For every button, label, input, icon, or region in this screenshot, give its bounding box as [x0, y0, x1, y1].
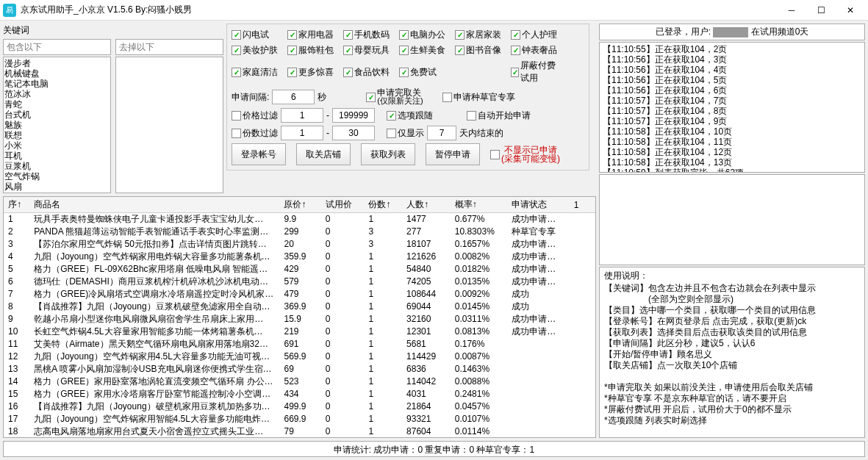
price-max-input[interactable]	[332, 108, 375, 123]
table-row[interactable]: 13黑桃A 喷雾小风扇加湿制冷USB充电风扇迷你便携式学生宿…690168360…	[4, 363, 595, 375]
count-max-input[interactable]	[332, 126, 375, 140]
only-show-checkbox[interactable]: 仅显示	[387, 127, 424, 140]
log-line: 【11:10:56】正在获取104，5页	[603, 75, 861, 85]
category-checkbox[interactable]: 生鲜美食	[399, 44, 452, 57]
table-header[interactable]: 份数↑	[364, 197, 402, 213]
category-checkbox[interactable]: 手机数码	[343, 29, 396, 41]
table-row[interactable]: 4九阳（Joyoung）空气炸锅家用电炸锅大容量多功能薯条机…359.90112…	[4, 251, 595, 263]
include-list[interactable]: 漫步者机械键盘笔记本电脑范冰冰青蛇台式机魅族联想小米耳机豆浆机空气炸锅风扇	[3, 57, 111, 193]
table-row[interactable]: 18志高电风扇落地扇家用台式夏天小宿舍遥控立式摇头工业…7901876040.0…	[4, 425, 595, 438]
price-min-input[interactable]	[281, 108, 323, 123]
app-icon: 易	[3, 4, 16, 17]
only-show-days-input[interactable]	[427, 126, 456, 140]
table-header[interactable]: 试用价	[321, 197, 365, 213]
table-row[interactable]: 2PANDA 熊猫超薄运动智能手表智能通话手表实时心率监测…2990327710…	[4, 226, 595, 238]
list-item[interactable]: 魅族	[4, 120, 110, 130]
pause-button[interactable]: 暂停申请	[426, 143, 480, 165]
category-checkbox[interactable]: 食品饮料	[343, 66, 396, 79]
username-masked	[713, 27, 748, 37]
category-checkbox[interactable]: 个人护理	[511, 29, 564, 41]
table-row[interactable]: 5格力（GREE）FL-09X62Bhc家用塔扇 低噪电风扇 智能遥控…4290…	[4, 263, 595, 276]
log-line: 【11:10:58】正在获取104，10页	[603, 126, 861, 137]
list-item[interactable]: 青蛇	[4, 99, 110, 109]
count-filter-checkbox[interactable]: 份数过滤	[232, 127, 278, 140]
list-item[interactable]: 豆浆机	[4, 161, 110, 171]
category-checkbox[interactable]: 电脑办公	[399, 29, 452, 41]
minimize-button[interactable]: ─	[777, 0, 806, 21]
category-checkbox[interactable]: 屏蔽付费试用	[511, 60, 564, 85]
category-checkbox[interactable]: 服饰鞋包	[287, 44, 340, 57]
log-line: 【11:10:58】正在获取104，13页	[603, 157, 861, 168]
login-status: 已登录，用户: 在试用频道0天	[599, 24, 865, 40]
category-checkbox[interactable]: 家用电器	[287, 29, 340, 41]
list-item[interactable]: 风扇	[4, 182, 110, 192]
interval-input[interactable]	[272, 90, 315, 104]
list-item[interactable]: 范冰冰	[4, 89, 110, 99]
unfollow-button[interactable]: 取关店铺	[296, 143, 351, 165]
list-item[interactable]: 空气炸锅	[4, 171, 110, 182]
product-table[interactable]: 序↑商品名原价↑试用价份数↑人数↑概率↑申请状态11玩具手表奥特曼蜘蛛侠电子儿童…	[3, 196, 596, 438]
category-checkbox[interactable]: 家居家装	[455, 29, 508, 41]
category-checkbox[interactable]: 美妆护肤	[232, 44, 284, 57]
table-row[interactable]: 16【肖战推荐】九阳（Joyoung）破壁机家用豆浆机加热多功…499.9012…	[4, 400, 595, 413]
seed-exclusive-checkbox[interactable]: 申请种草官专享	[442, 91, 515, 104]
log-line: 【11:10:57】正在获取104，7页	[603, 96, 861, 106]
fetch-list-button[interactable]: 获取列表	[361, 143, 415, 165]
table-row[interactable]: 14格力（GREE）家用卧室落地涡轮直流变频空气循环扇 办公…523011140…	[4, 375, 595, 388]
list-item[interactable]: 联想	[4, 130, 110, 140]
table-row[interactable]: 7格力（GREE)冷风扇塔式空调扇水冷塔扇遥控定时冷风机家…4790110864…	[4, 288, 595, 301]
table-row[interactable]: 11艾美特（Airmate）黑天鹅空气循环扇电风扇家用落地扇32…6910156…	[4, 338, 595, 351]
log-line: 【11:10:58】正在获取104，12页	[603, 147, 861, 157]
preview-box	[599, 174, 865, 265]
list-item[interactable]: 小米	[4, 140, 110, 151]
auto-start-checkbox[interactable]: 自动开始申请	[467, 109, 531, 122]
option-follow-checkbox[interactable]: 选项跟随	[387, 109, 433, 122]
list-item[interactable]: 笔记本电脑	[4, 79, 110, 89]
follow-done-checkbox[interactable]: 申请完取关(仅限新关注)	[366, 89, 423, 105]
login-button[interactable]: 登录帐号	[232, 143, 286, 165]
category-checkbox[interactable]: 钟表奢品	[511, 44, 564, 57]
include-input[interactable]	[3, 39, 111, 55]
count-min-input[interactable]	[281, 126, 323, 140]
table-header[interactable]: 序↑	[4, 197, 29, 213]
table-header[interactable]: 商品名	[29, 197, 279, 213]
category-checkbox[interactable]: 图书音像	[455, 44, 508, 57]
table-row[interactable]: 1玩具手表奥特曼蜘蛛侠电子儿童卡通投影手表宝宝幼儿女…9.90114770.67…	[4, 213, 595, 226]
table-row[interactable]: 3【苏泊尔家用空气炸锅 50元抵扣券】点击详情页图片跳转…2003181070.…	[4, 238, 595, 251]
hide-applied-checkbox[interactable]: 不显示已申请(采集可能变慢)	[490, 145, 560, 163]
category-checkbox[interactable]: 闪电试	[232, 29, 284, 41]
table-header[interactable]: 概率↑	[451, 197, 507, 213]
log-line: 【11:10:59】列表获取完毕。共63项	[603, 168, 861, 173]
price-filter-checkbox[interactable]: 价格过滤	[232, 109, 278, 122]
titlebar: 易 京东试用助手_小京京 V1.5.6 By:闷骚小贱男 ─ ☐ ✕	[0, 0, 868, 21]
exclude-input[interactable]	[115, 39, 223, 55]
table-row[interactable]: 8【肖战推荐】九阳（Joyoung）豆浆机破壁免滤家用全自动…369.90169…	[4, 301, 595, 313]
list-item[interactable]: 耳机	[4, 151, 110, 161]
log-line: 【11:10:55】正在获取104，2页	[603, 44, 861, 54]
table-header[interactable]: 1	[570, 197, 595, 213]
table-row[interactable]: 9乾越小吊扇小型迷你电风扇微风扇宿舍学生吊扇床上家用…15.901321600.…	[4, 313, 595, 326]
list-item[interactable]: 机械键盘	[4, 68, 110, 79]
table-row[interactable]: 15格力（GREE）家用水冷塔扇客厅卧室节能遥控制冷小空调…4340140310…	[4, 388, 595, 400]
list-item[interactable]: 台式机	[4, 109, 110, 120]
category-checkbox[interactable]: 家庭清洁	[232, 66, 284, 79]
table-row[interactable]: 10长虹空气炸锅4.5L大容量家用智能多功能一体烤箱薯条机…2190112301…	[4, 326, 595, 338]
category-checkbox[interactable]: 免费试	[399, 66, 452, 79]
table-header[interactable]: 原价↑	[279, 197, 320, 213]
interval-label: 申请间隔:	[232, 91, 269, 104]
log-line: 【11:10:56】正在获取104，4页	[603, 65, 861, 75]
close-button[interactable]: ✕	[836, 0, 865, 21]
log-box[interactable]: 【11:10:55】正在获取104，2页【11:10:56】正在获取104，3页…	[599, 42, 865, 173]
table-row[interactable]: 17九阳（Joyoung）空气炸锅家用智能4.5L大容量多功能电炸…669.90…	[4, 413, 595, 425]
bottom-statusbar: 申请统计: 成功申请：0 重复申请：0 种草官专享：1	[3, 441, 865, 457]
maximize-button[interactable]: ☐	[806, 0, 836, 21]
exclude-list[interactable]	[115, 57, 223, 193]
table-row[interactable]: 12九阳（Joyoung）空气炸锅家用4.5L大容量多功能无油可视…569.90…	[4, 351, 595, 363]
list-item[interactable]: 漫步者	[4, 58, 110, 68]
category-checkbox[interactable]: 更多惊喜	[287, 66, 340, 79]
table-header[interactable]: 人数↑	[402, 197, 451, 213]
category-checkbox[interactable]: 母婴玩具	[343, 44, 396, 57]
table-header[interactable]: 申请状态	[507, 197, 569, 213]
log-line: 【11:10:56】正在获取104，3页	[603, 54, 861, 65]
table-row[interactable]: 6德玛仕（DEMASHI）商用豆浆机榨汁机碎冰机沙冰机电动磨…579017420…	[4, 276, 595, 288]
